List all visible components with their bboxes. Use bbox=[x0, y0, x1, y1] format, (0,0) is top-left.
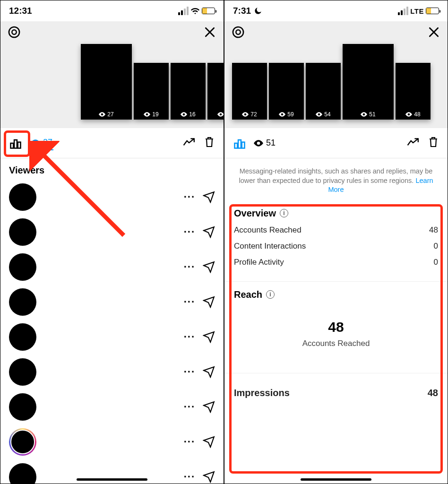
activity-icon[interactable] bbox=[407, 138, 419, 149]
activity-icon[interactable] bbox=[183, 138, 195, 149]
story-thumbnail[interactable]: 19 bbox=[134, 63, 169, 120]
avatar[interactable] bbox=[9, 288, 36, 316]
impressions-section: Impressions 48 bbox=[224, 373, 448, 413]
reach-section: Reach i 48 Accounts Reached bbox=[224, 282, 448, 373]
svg-rect-11 bbox=[235, 143, 238, 148]
avatar[interactable] bbox=[9, 428, 36, 456]
more-icon[interactable]: ··· bbox=[184, 191, 195, 203]
send-icon[interactable] bbox=[203, 401, 215, 413]
reach-sublabel: Accounts Reached bbox=[234, 339, 438, 348]
insights-tabbar: 51 bbox=[224, 128, 448, 158]
send-icon[interactable] bbox=[203, 436, 215, 448]
avatar[interactable] bbox=[9, 463, 36, 484]
overview-row[interactable]: Profile Activity 0 bbox=[234, 258, 438, 267]
svg-rect-6 bbox=[18, 142, 21, 148]
overview-heading: Overview bbox=[234, 208, 276, 219]
story-thumbnail[interactable]: 14 bbox=[207, 63, 224, 120]
viewer-row: ··· bbox=[9, 250, 215, 285]
svg-rect-13 bbox=[242, 142, 245, 148]
send-icon[interactable] bbox=[203, 261, 215, 273]
viewers-heading: Viewers bbox=[9, 165, 215, 176]
svg-point-0 bbox=[9, 27, 19, 37]
svg-rect-4 bbox=[11, 143, 14, 148]
svg-point-8 bbox=[236, 30, 240, 34]
send-icon[interactable] bbox=[203, 226, 215, 238]
send-icon[interactable] bbox=[203, 366, 215, 378]
avatar[interactable] bbox=[9, 358, 36, 386]
more-icon[interactable]: ··· bbox=[184, 261, 195, 273]
impressions-label: Impressions bbox=[234, 388, 290, 398]
send-icon[interactable] bbox=[203, 191, 215, 203]
viewer-row: ··· bbox=[9, 215, 215, 250]
do-not-disturb-icon bbox=[254, 7, 262, 15]
viewer-row: ··· bbox=[9, 320, 215, 354]
battery-icon bbox=[202, 8, 215, 14]
home-indicator[interactable] bbox=[301, 478, 371, 481]
overview-row[interactable]: Content Interactions 0 bbox=[234, 242, 438, 251]
more-icon[interactable]: ··· bbox=[184, 331, 195, 343]
story-thumbnail-strip[interactable]: 72 59 54 51 48 bbox=[232, 41, 448, 123]
status-time: 7:31 bbox=[233, 6, 251, 16]
status-bar: 7:31 LTE bbox=[224, 0, 448, 21]
privacy-note: Messaging-related insights, such as shar… bbox=[224, 158, 448, 200]
delete-icon[interactable] bbox=[428, 136, 439, 150]
viewer-row: ··· bbox=[9, 180, 215, 215]
close-icon[interactable] bbox=[203, 25, 217, 39]
left-screenshot: 12:31 27 19 bbox=[0, 0, 224, 484]
svg-point-1 bbox=[12, 30, 16, 34]
story-thumbnail-strip[interactable]: 27 19 16 14 bbox=[81, 41, 224, 123]
viewer-row: ··· bbox=[9, 285, 215, 320]
avatar[interactable] bbox=[9, 393, 36, 421]
avatar[interactable] bbox=[9, 253, 36, 281]
home-indicator[interactable] bbox=[77, 478, 147, 481]
more-icon[interactable]: ··· bbox=[184, 366, 195, 378]
wifi-icon bbox=[190, 7, 200, 15]
right-screenshot: 7:31 LTE 72 59 54 51 48 bbox=[224, 0, 448, 484]
send-icon[interactable] bbox=[203, 331, 215, 343]
more-icon[interactable]: ··· bbox=[184, 226, 195, 238]
insights-chart-icon[interactable] bbox=[233, 137, 246, 150]
story-thumbnail[interactable]: 48 bbox=[396, 63, 431, 120]
story-thumbnail[interactable]: 51 bbox=[343, 44, 394, 120]
overview-row[interactable]: Accounts Reached 48 bbox=[234, 225, 438, 235]
settings-gear-icon[interactable] bbox=[231, 25, 245, 39]
network-type: LTE bbox=[410, 7, 424, 15]
more-icon[interactable]: ··· bbox=[184, 471, 195, 483]
story-thumbnail[interactable]: 16 bbox=[171, 63, 206, 120]
avatar[interactable] bbox=[9, 183, 36, 211]
more-icon[interactable]: ··· bbox=[184, 436, 195, 448]
viewers-tab[interactable]: 27 bbox=[30, 136, 53, 150]
more-icon[interactable]: ··· bbox=[184, 401, 195, 413]
insights-tabbar: 27 bbox=[0, 128, 224, 158]
overview-section: Overview i Accounts Reached 48 Content I… bbox=[224, 200, 448, 282]
insights-chart-icon[interactable] bbox=[9, 137, 22, 150]
info-icon[interactable]: i bbox=[266, 290, 275, 299]
info-icon[interactable]: i bbox=[280, 209, 288, 217]
avatar[interactable] bbox=[9, 323, 36, 351]
reach-value: 48 bbox=[234, 319, 438, 335]
send-icon[interactable] bbox=[203, 296, 215, 308]
viewers-section: Viewers ··· ··· ··· ··· ··· ··· bbox=[0, 158, 224, 484]
status-time: 12:31 bbox=[9, 6, 32, 16]
delete-icon[interactable] bbox=[204, 136, 215, 150]
status-bar: 12:31 bbox=[0, 0, 224, 21]
more-icon[interactable]: ··· bbox=[184, 296, 195, 308]
story-thumbnail[interactable]: 59 bbox=[269, 63, 304, 120]
settings-gear-icon[interactable] bbox=[7, 25, 21, 39]
reach-heading: Reach bbox=[234, 289, 262, 300]
battery-icon bbox=[426, 8, 439, 14]
svg-rect-5 bbox=[14, 140, 17, 148]
story-thumbnail[interactable]: 72 bbox=[232, 63, 267, 120]
svg-rect-12 bbox=[238, 140, 241, 148]
avatar[interactable] bbox=[9, 218, 36, 246]
impressions-value: 48 bbox=[428, 388, 438, 398]
close-icon[interactable] bbox=[427, 25, 441, 39]
viewer-row: ··· bbox=[9, 354, 215, 389]
story-thumbnail[interactable]: 27 bbox=[81, 44, 132, 120]
viewer-row: ··· bbox=[9, 389, 215, 424]
send-icon[interactable] bbox=[203, 471, 215, 483]
svg-point-7 bbox=[233, 27, 243, 37]
story-thumbnail[interactable]: 54 bbox=[306, 63, 341, 120]
viewers-tab[interactable]: 51 bbox=[254, 138, 276, 148]
viewer-row: ··· bbox=[9, 424, 215, 459]
